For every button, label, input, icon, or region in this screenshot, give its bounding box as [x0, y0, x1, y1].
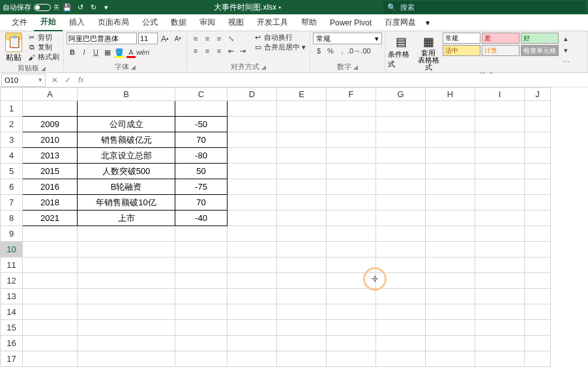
style-gallery-up-icon[interactable]: ▴: [560, 33, 572, 44]
cell-F17[interactable]: [327, 351, 376, 367]
cell-C14[interactable]: [175, 304, 228, 320]
number-format-dropdown[interactable]: 常规▾: [313, 33, 382, 44]
cell-D8[interactable]: [228, 211, 277, 226]
cell-J8[interactable]: [525, 211, 551, 226]
row-head-8[interactable]: 8: [1, 211, 23, 226]
cell-A5[interactable]: 2015: [23, 164, 78, 179]
cell-J17[interactable]: [525, 351, 551, 367]
row-head-11[interactable]: 11: [1, 257, 23, 273]
cell-E1[interactable]: [277, 101, 327, 117]
cell-H12[interactable]: [426, 273, 475, 289]
cell-B10[interactable]: [78, 242, 175, 257]
row-head-7[interactable]: 7: [1, 195, 23, 211]
cell-I8[interactable]: [475, 211, 525, 226]
cell-H5[interactable]: [426, 164, 475, 179]
cell-E10[interactable]: [277, 242, 327, 257]
cell-D11[interactable]: [228, 257, 277, 273]
cell-H6[interactable]: [426, 179, 475, 195]
cell-J3[interactable]: [525, 132, 551, 148]
cell-F2[interactable]: [327, 117, 376, 132]
cell-E5[interactable]: [277, 164, 327, 179]
border-button[interactable]: ▦: [102, 46, 113, 58]
cell-I12[interactable]: [475, 273, 525, 289]
cell-H16[interactable]: [426, 336, 475, 351]
cell-F12[interactable]: [327, 273, 376, 289]
cell-I13[interactable]: [475, 289, 525, 304]
style-neutral[interactable]: 适中: [443, 45, 480, 56]
cell-I2[interactable]: [475, 117, 525, 132]
cell-H2[interactable]: [426, 117, 475, 132]
style-bad[interactable]: 差: [482, 33, 520, 44]
cell-B3[interactable]: 销售额破亿元: [78, 132, 175, 148]
row-head-10[interactable]: 10: [1, 242, 23, 257]
name-box[interactable]: O10▾: [1, 74, 46, 87]
cell-A14[interactable]: [23, 304, 78, 320]
cell-H9[interactable]: [426, 226, 475, 242]
increase-decimal-button[interactable]: .0→: [348, 45, 360, 57]
cell-E15[interactable]: [277, 320, 327, 336]
tab-file[interactable]: 文件: [5, 14, 34, 31]
row-head-12[interactable]: 12: [1, 273, 23, 289]
cell-H13[interactable]: [426, 289, 475, 304]
currency-button[interactable]: $: [313, 45, 325, 57]
cell-F9[interactable]: [327, 226, 376, 242]
cell-I9[interactable]: [475, 226, 525, 242]
cell-C9[interactable]: [175, 226, 228, 242]
qat-dropdown-icon[interactable]: ▾: [101, 2, 111, 12]
cell-B5[interactable]: 人数突破500: [78, 164, 175, 179]
redo-icon[interactable]: ↻: [88, 2, 98, 12]
cell-G6[interactable]: [376, 179, 426, 195]
cell-A3[interactable]: 2010: [23, 132, 78, 148]
cell-B15[interactable]: [78, 320, 175, 336]
cell-G15[interactable]: [376, 320, 426, 336]
clipboard-launcher-icon[interactable]: ◢: [41, 65, 46, 72]
tab-formulas[interactable]: 公式: [136, 14, 164, 31]
cell-F7[interactable]: [327, 195, 376, 211]
cell-C2[interactable]: -50: [175, 117, 228, 132]
cell-F11[interactable]: [327, 257, 376, 273]
number-launcher-icon[interactable]: ◢: [353, 64, 358, 70]
italic-button[interactable]: I: [78, 46, 90, 58]
cell-C1[interactable]: 位置: [175, 101, 228, 117]
font-size-input[interactable]: [138, 33, 158, 44]
font-color-button[interactable]: A: [125, 46, 137, 58]
save-icon[interactable]: 💾: [62, 2, 72, 12]
cell-I15[interactable]: [475, 320, 525, 336]
alignment-launcher-icon[interactable]: ◢: [261, 64, 266, 70]
cell-E11[interactable]: [277, 257, 327, 273]
cell-E4[interactable]: [277, 148, 327, 164]
cell-H7[interactable]: [426, 195, 475, 211]
cell-D3[interactable]: [228, 132, 277, 148]
col-head-F[interactable]: F: [327, 88, 376, 101]
cell-D15[interactable]: [228, 320, 277, 336]
tabs-overflow-icon[interactable]: ▾: [422, 18, 433, 27]
cut-button[interactable]: ✂剪切: [26, 33, 61, 42]
row-head-1[interactable]: 1: [1, 101, 23, 117]
formula-bar-input[interactable]: [90, 74, 588, 87]
cell-E17[interactable]: [277, 351, 327, 367]
align-middle-button[interactable]: ≡: [201, 33, 213, 44]
cell-G11[interactable]: [376, 257, 426, 273]
tab-page-layout[interactable]: 页面布局: [91, 14, 136, 31]
phonetic-button[interactable]: wén: [137, 46, 149, 58]
cell-J12[interactable]: [525, 273, 551, 289]
decrease-decimal-button[interactable]: .00: [360, 45, 372, 57]
cell-F1[interactable]: [327, 101, 376, 117]
row-head-16[interactable]: 16: [1, 336, 23, 351]
cell-B12[interactable]: [78, 273, 175, 289]
cell-C5[interactable]: 50: [175, 164, 228, 179]
orientation-button[interactable]: ⤡: [225, 33, 237, 44]
cell-I10[interactable]: [475, 242, 525, 257]
row-head-5[interactable]: 5: [1, 164, 23, 179]
row-head-9[interactable]: 9: [1, 226, 23, 242]
format-painter-button[interactable]: 🖌格式刷: [26, 52, 61, 62]
cell-J7[interactable]: [525, 195, 551, 211]
cell-G10[interactable]: [376, 242, 426, 257]
autosave-toggle[interactable]: 自动保存 关: [3, 3, 59, 12]
undo-icon[interactable]: ↺: [75, 2, 85, 12]
cell-I3[interactable]: [475, 132, 525, 148]
cell-C10[interactable]: [175, 242, 228, 257]
cell-H3[interactable]: [426, 132, 475, 148]
style-calc[interactable]: 计算: [482, 45, 520, 56]
cell-A11[interactable]: [23, 257, 78, 273]
